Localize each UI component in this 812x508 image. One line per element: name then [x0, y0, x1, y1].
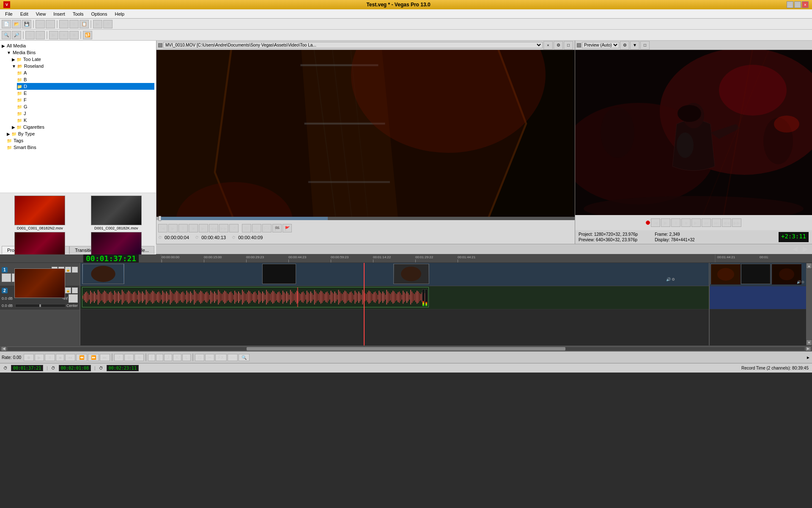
- open-btn[interactable]: 📂: [12, 20, 21, 28]
- zoom-in-btn[interactable]: 🔍: [2, 31, 11, 39]
- mark-in-trans-btn[interactable]: [: [148, 354, 155, 361]
- record-btn[interactable]: ⏺: [69, 31, 79, 39]
- preview-left-scrubber[interactable]: [156, 217, 575, 220]
- right-clip-1[interactable]: [710, 264, 740, 284]
- next-marker-btn[interactable]: ▶▶: [219, 224, 228, 232]
- transport-prev-btn[interactable]: ⏮: [65, 354, 75, 361]
- tree-f[interactable]: 📁 F: [17, 97, 154, 103]
- tree-too-late[interactable]: ▶ 📁 Too Late: [12, 56, 154, 63]
- preview-quality-select[interactable]: Preview (Auto): [582, 42, 619, 48]
- event-select-btn[interactable]: ⊡: [195, 354, 204, 361]
- loop-mode-btn[interactable]: ↺: [114, 354, 123, 361]
- jump-next-btn[interactable]: ▶▶: [732, 218, 741, 227]
- paste-btn[interactable]: 📋: [80, 20, 89, 28]
- minimize-button[interactable]: _: [787, 1, 793, 8]
- skip-end-btn[interactable]: ⏭: [712, 218, 721, 227]
- hscroll-left-btn[interactable]: ◀: [1, 346, 7, 351]
- play-left-btn[interactable]: ▶: [168, 224, 178, 232]
- video-expand-btn[interactable]: ⚙: [72, 267, 78, 273]
- loop-btn[interactable]: 🔁: [83, 31, 92, 39]
- volume-fader[interactable]: [15, 304, 66, 307]
- fx-left-btn[interactable]: FX: [262, 224, 272, 232]
- menu-insert[interactable]: Insert: [50, 11, 69, 17]
- mix-btn[interactable]: ≈: [252, 224, 261, 232]
- zoom-out-btn[interactable]: 🔎: [12, 31, 21, 39]
- maximize-button[interactable]: □: [794, 1, 801, 8]
- timeline-hscroll[interactable]: ◀ ▶: [0, 345, 812, 351]
- thumb-1[interactable]: D001_C002_08182K.mov: [79, 196, 154, 230]
- render-btn[interactable]: ▶: [93, 20, 102, 28]
- tree-media-bins[interactable]: ▼ Media Bins: [7, 49, 154, 56]
- tree-j[interactable]: 📁 J: [17, 110, 154, 117]
- tree-g[interactable]: 📁 G: [17, 103, 154, 110]
- timeline-vscroll[interactable]: ▲ ▼: [806, 263, 812, 345]
- video-clip-3[interactable]: [393, 264, 429, 284]
- thumb-0[interactable]: D001_C001_08182N2.mov: [3, 196, 77, 230]
- menu-edit[interactable]: Edit: [17, 11, 32, 17]
- new-btn[interactable]: 📄: [2, 20, 11, 28]
- edit-tool-btn[interactable]: ✂: [205, 354, 214, 361]
- mark-out-trans-btn[interactable]: ]: [156, 354, 163, 361]
- transport-pause-btn[interactable]: ⏸: [45, 354, 55, 361]
- tree-roseland[interactable]: ▼ 📂 Roseland: [12, 63, 154, 69]
- tree-tags[interactable]: 📁 Tags: [7, 137, 154, 144]
- transport-skip-back-btn[interactable]: ⏪: [76, 354, 87, 361]
- vscroll-down-btn[interactable]: ▼: [806, 340, 812, 345]
- tab-arrow-left[interactable]: ◀: [790, 243, 800, 254]
- preview-left-expand[interactable]: □: [564, 41, 573, 50]
- play-right-btn[interactable]: ▶: [661, 218, 670, 227]
- audio-fx-btn[interactable]: FX: [69, 294, 78, 303]
- audio-lock-btn[interactable]: 🔒: [65, 287, 71, 293]
- cut-btn[interactable]: ✂: [59, 20, 69, 28]
- stop-left-btn[interactable]: ■: [189, 224, 198, 232]
- ripple-btn[interactable]: ≋: [36, 31, 45, 39]
- vscroll-up-btn[interactable]: ▲: [806, 263, 812, 269]
- right-clip-2[interactable]: [741, 264, 771, 284]
- tree-k[interactable]: 📁 K: [17, 117, 154, 124]
- copy-btn[interactable]: ⎘: [69, 20, 79, 28]
- stop-btn[interactable]: ■: [59, 31, 69, 39]
- hscroll-thumb[interactable]: [247, 347, 565, 351]
- prev-marker-btn[interactable]: ◀◀: [209, 224, 218, 232]
- menu-tools[interactable]: Tools: [69, 11, 87, 17]
- tree-smart-bins[interactable]: 📁 Smart Bins: [7, 144, 154, 151]
- video-clip-1[interactable]: [82, 264, 124, 284]
- transport-skip-fwd-btn[interactable]: ⏩: [88, 354, 99, 361]
- snap-mode-btn[interactable]: ⊞: [124, 354, 134, 361]
- tree-a[interactable]: 📁 A: [17, 69, 154, 76]
- tree-b[interactable]: 📁 B: [17, 76, 154, 83]
- jkl-l-btn[interactable]: L: [182, 354, 191, 361]
- hscroll-right-btn[interactable]: ▶: [805, 346, 811, 351]
- close-button[interactable]: ×: [802, 1, 809, 8]
- tree-e[interactable]: 📁 E: [17, 90, 154, 97]
- fx-tool-btn[interactable]: FX: [215, 354, 227, 361]
- preview-left-close[interactable]: ×: [543, 41, 553, 50]
- transport-next-btn[interactable]: ⏭: [100, 354, 110, 361]
- undo-btn[interactable]: ↩: [36, 20, 45, 28]
- pause-right-btn[interactable]: ⏸: [671, 218, 680, 227]
- multi-cam-btn[interactable]: ⊞: [242, 224, 251, 232]
- prev-frame-btn[interactable]: |◀: [158, 224, 167, 232]
- stop-right-btn[interactable]: ■: [681, 218, 691, 227]
- volume-fader-handle[interactable]: [39, 304, 41, 307]
- menu-options[interactable]: Options: [88, 11, 111, 17]
- jump-prev-btn[interactable]: ◀◀: [722, 218, 731, 227]
- tree-d[interactable]: 📁 D: [17, 83, 154, 90]
- transport-play-btn[interactable]: ▶: [35, 354, 44, 361]
- video-lock-btn[interactable]: 🔒: [65, 267, 71, 273]
- preview-left-source-select[interactable]: MVI_0010.MOV [C:\Users\Andre\Documents\S…: [163, 42, 543, 48]
- preview-right-expand[interactable]: □: [640, 41, 650, 50]
- mark-in-btn[interactable]: 🏁: [272, 224, 282, 232]
- video-clip-2[interactable]: [262, 264, 296, 284]
- skip-start-btn[interactable]: ⏮: [702, 218, 711, 227]
- next-frame-right-btn[interactable]: ▶|: [691, 218, 701, 227]
- playhead[interactable]: [364, 263, 365, 345]
- mark-out-btn[interactable]: 🚩: [283, 224, 292, 232]
- properties-btn[interactable]: ⚙: [103, 20, 112, 28]
- jkl-j-btn[interactable]: J: [164, 354, 172, 361]
- menu-file[interactable]: File: [2, 11, 16, 17]
- zoom-tool-btn[interactable]: 🔍: [239, 354, 250, 361]
- menu-view[interactable]: View: [33, 11, 49, 17]
- loop-left-btn[interactable]: ↺: [229, 224, 239, 232]
- preview-right-opt1[interactable]: ⚙: [620, 41, 629, 50]
